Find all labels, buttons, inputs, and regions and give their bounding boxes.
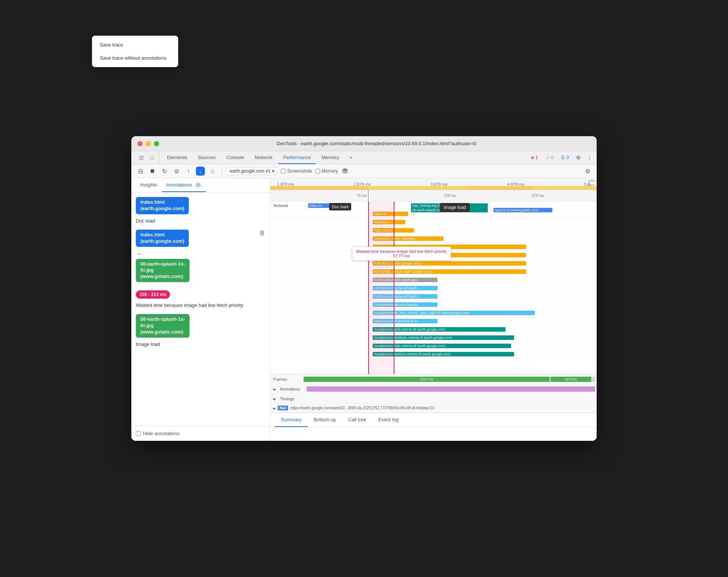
- url-selector[interactable]: earth.google.com #1 ▾: [226, 167, 278, 175]
- bottom-tab-bar: Summary Bottom-up Call tree Event log: [270, 413, 597, 427]
- cpu-label: CPU: [588, 179, 595, 183]
- error-badge-red: ⊗ 1: [528, 154, 540, 161]
- download-icon[interactable]: ↓: [196, 167, 205, 176]
- ms-179: 179 ms: [532, 194, 544, 198]
- maximize-button[interactable]: [154, 141, 159, 146]
- row-clearcut: clearcut... →: [270, 210, 597, 218]
- annotation-block-1: index.html(earth.google.com) Doc load: [136, 197, 265, 224]
- screenshots-checkbox-input[interactable]: [281, 169, 286, 174]
- frames-row: Frames 133.5 ms 16.6 ms: [270, 374, 597, 384]
- separator: [221, 167, 222, 175]
- sidebar: Insights Annotations 0 index.html(earth.…: [131, 178, 270, 441]
- bottom-tab-summary[interactable]: Summary: [275, 413, 308, 427]
- tab-sources[interactable]: Sources: [193, 152, 220, 164]
- bar-phenotype: phenotype_client_compiled...: [373, 236, 443, 241]
- doc-load-label-1: Doc load: [136, 218, 265, 224]
- sidebar-toggle-icon[interactable]: ⊟: [136, 167, 145, 176]
- nav-tag: Nav: [278, 406, 288, 410]
- secondary-ruler: 79 ms 129 ms 179 ms: [270, 190, 597, 201]
- memory-checkbox-input[interactable]: [315, 169, 320, 174]
- info-icon: 🛈: [561, 155, 565, 160]
- network-row-main: Network index.ht... logo_lookup.svg (ear…: [270, 201, 597, 210]
- bar-earthicons: EarthIcons-Regular.otf (earth...: [373, 294, 438, 299]
- bottom-tab-bottomup[interactable]: Bottom-up: [308, 413, 342, 427]
- time-2879: 2,879 ms: [354, 182, 371, 186]
- tab-more[interactable]: »: [345, 152, 357, 164]
- memory-icon: ⛃: [342, 167, 348, 175]
- error-badge-yellow: ⚠ 8: [543, 154, 556, 161]
- tab-performance[interactable]: Performance: [278, 152, 315, 164]
- timings-chevron-icon[interactable]: [273, 397, 276, 400]
- screenshots-checkbox[interactable]: Screenshots: [281, 168, 312, 174]
- time-4879: 4,879 ms: [507, 182, 524, 186]
- clear-icon[interactable]: ⊘: [172, 167, 181, 176]
- network-section[interactable]: Doc load Image load Network index.ht... …: [270, 201, 597, 374]
- sidebar-tab-annotations[interactable]: Annotations 0: [162, 178, 206, 192]
- chip-index-html-1: index.html(earth.google.com): [136, 197, 189, 214]
- row-feedback: feedback_c...: [270, 218, 597, 226]
- row-googlematerial: GoogleMaterialIcons-Regular...: [270, 301, 597, 309]
- tab-memory[interactable]: Memory: [317, 152, 344, 164]
- settings-gear-icon[interactable]: ⚙: [583, 167, 592, 176]
- hide-annotations-checkbox[interactable]: [136, 431, 141, 436]
- close-button[interactable]: [137, 141, 143, 146]
- more-options-icon[interactable]: ⋮: [585, 153, 594, 162]
- animations-chevron-icon[interactable]: [273, 387, 276, 390]
- nav-icons: ⊡ □: [134, 151, 159, 164]
- timings-row: Timings: [270, 394, 597, 404]
- doc-load-tooltip: Doc load: [329, 203, 351, 210]
- row-fontmanifest: FontManifest.json (earth.goo...: [270, 276, 597, 284]
- sidebar-content: index.html(earth.google.com) Doc load in…: [131, 192, 270, 426]
- network-label: Network: [270, 203, 302, 208]
- row-materialicons-ext: MaterialIcons-Extended.ttf (e...: [270, 317, 597, 325]
- memory-checkbox[interactable]: Memory: [315, 168, 338, 174]
- timeline-cursor: [368, 190, 369, 201]
- animations-label: Animations: [277, 387, 305, 391]
- tab-network[interactable]: Network: [250, 152, 277, 164]
- frames-scrollbar: [592, 377, 595, 382]
- annotation-block-4: 00-earth-splash-1x-ltr.jpg(www.gstatic.c…: [136, 314, 265, 347]
- annotation-block-3: 155 - 213 ms Wasted time because image h…: [136, 290, 265, 308]
- tab-elements[interactable]: Elements: [162, 152, 192, 164]
- ms-129: 129 ms: [444, 194, 456, 198]
- time-3879: 3,879 ms: [430, 182, 447, 186]
- settings-icon[interactable]: ⚙: [574, 153, 582, 162]
- sidebar-tab-insights[interactable]: Insights: [136, 178, 162, 192]
- config-icon[interactable]: ⚙: [583, 167, 592, 176]
- main-panel: 1,879 ms 2,879 ms 3,879 ms 4,879 ms 5,8 …: [270, 178, 597, 441]
- nav-url-bar: Nav https://earth.google.com/web/Q0...00…: [270, 404, 597, 413]
- chevron-down-icon: ▾: [272, 168, 274, 174]
- bar-googlesans-bold: GoogleSans-Bold.nohints.ttf (earth.googl…: [373, 327, 505, 332]
- hide-annotations-row[interactable]: Hide annotations: [131, 426, 270, 441]
- warning-icon: ⚠: [546, 155, 550, 160]
- bar-main-dart: main.dart.js (earth.google.com): [373, 261, 526, 266]
- device-icon[interactable]: □: [148, 153, 156, 162]
- window-title: DevTools - earth.google.com/static/multi…: [162, 141, 591, 146]
- delete-annotation-icon[interactable]: 🗑: [259, 230, 265, 236]
- titlebar: DevTools - earth.google.com/static/multi…: [131, 136, 597, 151]
- wasted-time-label-box: Wasted time because image had low fetch …: [352, 246, 451, 261]
- row-all1picons: All1PIcons-Regular.otf (earth....: [270, 284, 597, 292]
- tab-console[interactable]: Console: [222, 152, 249, 164]
- upload-icon[interactable]: ↑: [184, 167, 193, 176]
- inspect-icon[interactable]: ⊡: [137, 153, 146, 162]
- row-googlesans-medium: GoogleSans-Medium.nohints.ttf (earth.goo…: [270, 350, 597, 358]
- ms-79: 79 ms: [356, 194, 367, 198]
- refresh-icon[interactable]: ↻: [160, 167, 169, 176]
- frames-label: Frames: [270, 377, 302, 382]
- bottom-tab-eventlog[interactable]: Event log: [372, 413, 405, 427]
- minimize-button[interactable]: [146, 141, 151, 146]
- wasted-text: Wasted time because image had low fetch …: [136, 302, 265, 308]
- top-ruler: 1,879 ms 2,879 ms 3,879 ms 4,879 ms 5,8 …: [270, 178, 597, 190]
- row-googlesans-bolditalic: GoogleSans-BoldItalic.nohints.ttf (earth…: [270, 334, 597, 342]
- bottom-tab-calltree[interactable]: Call tree: [342, 413, 372, 427]
- annotations-count: 0: [195, 182, 202, 188]
- home-icon[interactable]: ⌂: [208, 167, 217, 176]
- bar-all1picons: All1PIcons-Regular.otf (earth....: [373, 286, 438, 290]
- bar-fontmanifest: FontManifest.json (earth.goo...: [373, 278, 438, 282]
- record-icon[interactable]: ⏺: [148, 167, 157, 176]
- bottom-sections: Frames 133.5 ms 16.6 ms Animations: [270, 374, 597, 413]
- url-label: earth.google.com #1: [230, 168, 271, 174]
- row-earthicons: EarthIcons-Regular.otf (earth...: [270, 292, 597, 301]
- nav-chevron-icon[interactable]: [273, 406, 276, 409]
